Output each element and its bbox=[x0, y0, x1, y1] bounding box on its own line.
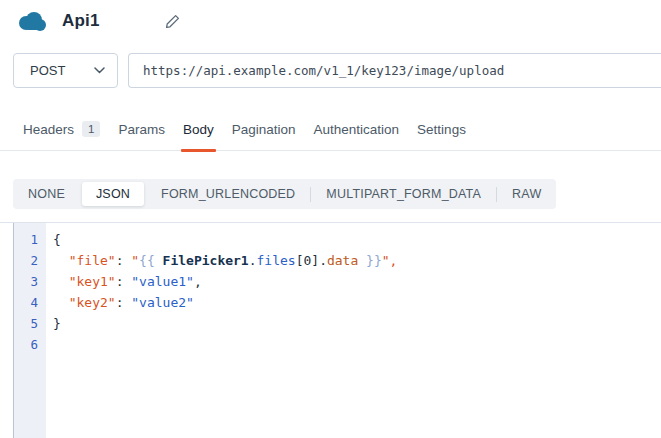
code-token: "key2" bbox=[69, 295, 116, 310]
edit-pencil-icon[interactable] bbox=[164, 13, 181, 30]
code-token: { bbox=[53, 232, 61, 247]
line-number: 3 bbox=[14, 271, 38, 292]
headers-count-badge: 1 bbox=[82, 121, 100, 137]
request-row: POST https://api.example.com/v1_1/key123… bbox=[13, 53, 661, 88]
line-number: 5 bbox=[14, 313, 38, 334]
tab-label: Body bbox=[183, 122, 214, 137]
code-token: : bbox=[116, 274, 132, 289]
code-token: "value1" bbox=[131, 274, 194, 289]
body-type-raw[interactable]: RAW bbox=[497, 187, 556, 201]
url-input[interactable]: https://api.example.com/v1_1/key123/imag… bbox=[128, 53, 661, 88]
page-title: Api1 bbox=[62, 11, 100, 31]
tab-label: Pagination bbox=[232, 122, 296, 137]
code-token: } bbox=[53, 316, 61, 331]
code-lines[interactable]: { "file": "{{ FilePicker1.files[0].data … bbox=[46, 223, 661, 438]
code-token: ", bbox=[382, 253, 398, 268]
tab-pagination[interactable]: Pagination bbox=[232, 122, 296, 150]
method-select[interactable]: POST bbox=[13, 53, 118, 88]
code-token: files bbox=[257, 253, 296, 268]
request-tabs: Headers 1 Params Body Pagination Authent… bbox=[0, 121, 661, 151]
code-line[interactable]: "file": "{{ FilePicker1.files[0].data }}… bbox=[53, 250, 661, 271]
code-line[interactable]: { bbox=[53, 229, 661, 250]
code-token: "key1" bbox=[69, 274, 116, 289]
tab-label: Settings bbox=[417, 122, 466, 137]
code-token: : bbox=[116, 253, 132, 268]
tab-params[interactable]: Params bbox=[118, 122, 165, 150]
code-token: . bbox=[249, 253, 257, 268]
body-type-bar: NONE JSON FORM_URLENCODED MULTIPART_FORM… bbox=[13, 179, 661, 209]
chevron-down-icon bbox=[94, 67, 105, 74]
code-line[interactable]: } bbox=[53, 313, 661, 334]
tab-body[interactable]: Body bbox=[183, 122, 214, 150]
code-token bbox=[53, 274, 69, 289]
code-token: " bbox=[131, 253, 139, 268]
tab-authentication[interactable]: Authentication bbox=[314, 122, 400, 150]
gutter: 123456 bbox=[13, 223, 46, 438]
json-body-editor[interactable]: 123456 { "file": "{{ FilePicker1.files[0… bbox=[0, 222, 661, 438]
line-number: 1 bbox=[14, 229, 38, 250]
cloud-icon bbox=[16, 10, 48, 32]
line-number: 2 bbox=[14, 250, 38, 271]
tab-label: Params bbox=[118, 122, 165, 137]
tab-label: Headers bbox=[23, 122, 74, 137]
header: Api1 bbox=[16, 9, 661, 33]
body-type-form-urlencoded[interactable]: FORM_URLENCODED bbox=[146, 187, 310, 201]
code-token: , bbox=[194, 274, 202, 289]
code-token: : bbox=[116, 295, 132, 310]
api-editor-pane: Api1 POST https://api.example.com/v1_1/k… bbox=[0, 0, 661, 438]
code-token bbox=[53, 253, 69, 268]
code-token: data bbox=[327, 253, 358, 268]
body-type-multipart-form-data[interactable]: MULTIPART_FORM_DATA bbox=[311, 187, 496, 201]
code-line[interactable]: "key2": "value2" bbox=[53, 292, 661, 313]
body-type-json[interactable]: JSON bbox=[82, 182, 144, 206]
code-token: "file" bbox=[69, 253, 116, 268]
code-line[interactable] bbox=[53, 334, 661, 355]
line-number: 6 bbox=[14, 334, 38, 355]
code-token: [0]. bbox=[296, 253, 327, 268]
code-token: }} bbox=[358, 253, 381, 268]
code-token: "value2" bbox=[131, 295, 194, 310]
method-value: POST bbox=[30, 63, 94, 78]
body-type-segmented-control: NONE JSON FORM_URLENCODED MULTIPART_FORM… bbox=[13, 179, 556, 209]
tab-settings[interactable]: Settings bbox=[417, 122, 466, 150]
tab-label: Authentication bbox=[314, 122, 400, 137]
code-token: FilePicker1 bbox=[163, 253, 249, 268]
body-type-none[interactable]: NONE bbox=[13, 187, 80, 201]
code-token bbox=[53, 295, 69, 310]
line-number: 4 bbox=[14, 292, 38, 313]
tab-headers[interactable]: Headers 1 bbox=[23, 121, 100, 150]
code-line[interactable]: "key1": "value1", bbox=[53, 271, 661, 292]
code-token: {{ bbox=[139, 253, 162, 268]
